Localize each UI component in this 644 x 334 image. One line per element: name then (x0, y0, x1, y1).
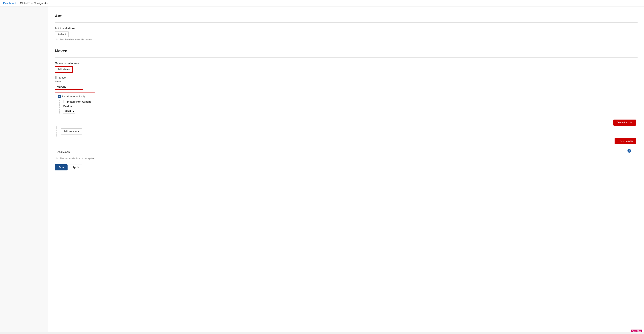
ant-section-title: Ant (55, 11, 638, 18)
add-installer-button[interactable]: Add Installer ▾ (61, 128, 82, 134)
save-button[interactable]: Save (55, 164, 68, 171)
add-ant-button[interactable]: Add Ant (55, 31, 68, 37)
content-area: Ant Ant installations Add Ant List of An… (48, 7, 644, 332)
help-icon[interactable]: ? (628, 149, 631, 153)
sidebar (0, 7, 48, 332)
version-select[interactable]: 3.6.3 3.6.2 3.6.1 3.6.0 3.5.4 3.5.3 3.5.… (63, 109, 76, 113)
maven-installation-card: Maven Name Install automatically (55, 76, 638, 144)
install-from-header: Install from Apache (63, 100, 92, 103)
version-label: Version (63, 105, 92, 108)
paint-badge: Paint X Lite (631, 329, 642, 332)
add-installer-label: Add Installer (64, 130, 77, 133)
name-input[interactable] (55, 84, 83, 90)
add-maven-button-top[interactable]: Add Maven (55, 66, 73, 73)
install-from-apache-block: Install from Apache Version 3.6.3 3.6.2 … (59, 100, 92, 113)
footer-buttons: Save Apply (55, 164, 638, 171)
name-input-container (55, 84, 638, 90)
delete-maven-row: Delete Maven (55, 138, 638, 144)
maven-hint-text: List of Maven installations on this syst… (55, 157, 638, 159)
maven-section: Maven Maven installations Add Maven Mave… (55, 46, 638, 171)
install-automatically-checkbox[interactable] (58, 95, 61, 98)
apply-button[interactable]: Apply (69, 164, 82, 170)
maven-installations-label: Maven installations (55, 62, 638, 65)
ant-section: Ant Ant installations Add Ant List of An… (55, 11, 638, 41)
name-label: Name (55, 80, 638, 83)
delete-installer-row: Delete Installer (55, 119, 638, 126)
ant-installations-label: Ant installations (55, 27, 638, 30)
dashboard-link[interactable]: Dashboard (3, 2, 16, 5)
delete-maven-button[interactable]: Delete Maven (614, 138, 636, 144)
install-from-drag-handle[interactable] (63, 100, 66, 103)
add-installer-section: Add Installer ▾ (56, 126, 638, 136)
name-row: Name (55, 80, 638, 90)
add-maven-button-bottom[interactable]: Add Maven (55, 149, 72, 155)
maven-divider (55, 57, 638, 58)
maven-section-title: Maven (55, 46, 638, 53)
main-layout: Ant Ant installations Add Ant List of An… (0, 7, 644, 332)
install-auto-block: Install automatically Install from Apach… (55, 92, 95, 116)
drag-handle-icon[interactable] (55, 76, 58, 79)
install-automatically-label: Install automatically (62, 95, 85, 98)
maven-installation-label: Maven (59, 76, 67, 79)
install-automatically-row: Install automatically (58, 95, 92, 98)
ant-hint-text: List of Ant installations on this system (55, 38, 638, 41)
maven-drag-row: Maven (55, 76, 638, 79)
install-from-apache-label: Install from Apache (67, 100, 91, 103)
breadcrumb-current-page: Global Tool Configuration (20, 2, 50, 5)
breadcrumb-bar: Dashboard › Global Tool Configuration (0, 0, 644, 7)
breadcrumb-separator: › (18, 2, 18, 5)
delete-installer-button[interactable]: Delete Installer (613, 119, 636, 126)
add-installer-chevron: ▾ (78, 130, 79, 133)
